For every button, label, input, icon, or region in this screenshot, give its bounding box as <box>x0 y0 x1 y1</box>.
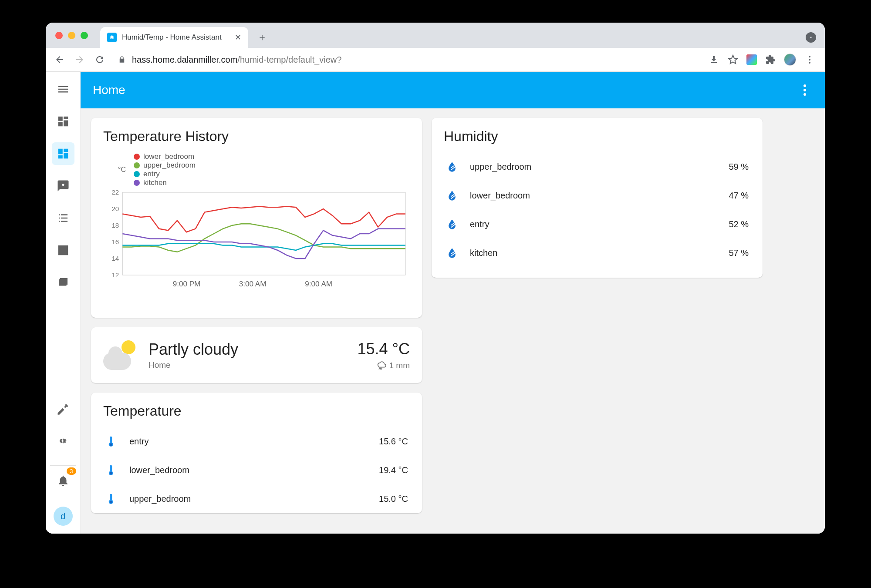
svg-text:22: 22 <box>111 190 119 196</box>
hammer-icon <box>57 402 70 415</box>
home-assistant-favicon-icon <box>107 33 117 42</box>
window-controls <box>51 23 93 48</box>
humidity-card[interactable]: Humidity upper_bedroom59 %lower_bedroom4… <box>432 118 763 278</box>
humidity-row[interactable]: entry52 % <box>444 210 750 239</box>
bookmark-star-icon[interactable] <box>727 54 739 65</box>
entity-name: kitchen <box>470 248 497 258</box>
media-icon <box>57 276 70 289</box>
entity-value: 15.0 °C <box>379 494 408 504</box>
download-icon[interactable] <box>708 54 719 65</box>
browser-window: Humid/Temp - Home Assistant ✕ ＋ hass.hom… <box>46 23 825 534</box>
svg-text:3:00 AM: 3:00 AM <box>239 280 267 288</box>
sidebar-item-media[interactable] <box>52 271 74 294</box>
browser-actions <box>708 54 819 66</box>
column-right: Humidity upper_bedroom59 %lower_bedroom4… <box>432 118 763 513</box>
main-panel: Home Temperature History °C lower_bedroo… <box>81 72 825 534</box>
svg-point-17 <box>110 472 112 475</box>
entity-name: lower_bedroom <box>470 191 530 201</box>
address-bar[interactable]: hass.home.dalanmiller.com/humid-temp/def… <box>112 55 704 65</box>
gear-icon <box>57 434 70 447</box>
new-tab-button[interactable]: ＋ <box>253 29 271 46</box>
profile-avatar-icon[interactable] <box>784 54 796 66</box>
sidebar-rail: 3 d <box>46 72 81 534</box>
svg-text:18: 18 <box>111 222 119 229</box>
browser-tab[interactable]: Humid/Temp - Home Assistant ✕ <box>100 27 248 48</box>
svg-text:20: 20 <box>111 205 119 212</box>
sidebar-item-logbook[interactable] <box>52 207 74 229</box>
humidity-row[interactable]: kitchen57 % <box>444 239 750 267</box>
extensions-puzzle-icon[interactable] <box>765 54 776 65</box>
list-icon <box>57 212 70 225</box>
view-more-button[interactable] <box>797 82 813 98</box>
temperature-row[interactable]: upper_bedroom15.0 °C <box>103 484 410 513</box>
dashboard-content: Temperature History °C lower_bedroom upp… <box>81 108 825 523</box>
browser-tab-title: Humid/Temp - Home Assistant <box>122 33 222 42</box>
svg-point-4 <box>803 89 806 91</box>
svg-point-1 <box>809 59 810 60</box>
temperature-card[interactable]: Temperature entry15.6 °Clower_bedroom19.… <box>91 393 422 513</box>
water-drop-icon <box>446 160 459 173</box>
legend-label: upper_bedroom <box>143 161 196 170</box>
sidebar-item-config[interactable] <box>52 430 74 452</box>
window-minimize-button[interactable] <box>68 32 75 39</box>
legend-label: entry <box>143 170 160 178</box>
legend-item[interactable]: upper_bedroom <box>134 161 196 170</box>
temperature-row[interactable]: lower_bedroom19.4 °C <box>103 456 410 484</box>
thermometer-icon <box>105 464 118 477</box>
sidebar-item-humid-temp[interactable] <box>52 142 74 165</box>
card-title: Temperature <box>103 403 410 419</box>
sidebar-notifications-button[interactable]: 3 <box>52 469 74 492</box>
nav-reload-button[interactable] <box>92 52 108 67</box>
extension-icon[interactable] <box>746 54 757 65</box>
window-close-button[interactable] <box>55 32 63 39</box>
nav-back-button[interactable] <box>52 52 68 67</box>
lock-icon <box>118 56 126 64</box>
tab-overflow-icon[interactable] <box>806 32 816 43</box>
temperature-row[interactable]: entry15.6 °C <box>103 427 410 456</box>
sidebar-item-devtools[interactable] <box>52 397 74 420</box>
water-drop-icon <box>446 189 459 202</box>
legend-item[interactable]: kitchen <box>134 178 196 187</box>
y-axis-unit: °C <box>118 166 126 174</box>
legend-label: kitchen <box>143 178 167 187</box>
chart-icon <box>57 244 70 257</box>
legend-item[interactable]: lower_bedroom <box>134 152 196 161</box>
tab-close-icon[interactable]: ✕ <box>235 33 241 42</box>
svg-point-5 <box>803 93 806 96</box>
svg-text:14: 14 <box>111 255 119 262</box>
sidebar-item-history[interactable] <box>52 239 74 262</box>
legend-dot-icon <box>134 154 140 160</box>
card-title: Temperature History <box>103 128 410 144</box>
user-initial: d <box>61 511 65 521</box>
svg-point-3 <box>803 84 806 87</box>
weather-card[interactable]: Partly cloudy Home 15.4 °C 1 mm <box>91 327 422 383</box>
sidebar-menu-button[interactable] <box>52 78 74 101</box>
legend-dot-icon <box>134 180 140 186</box>
weather-state: Partly cloudy <box>149 340 347 359</box>
svg-point-2 <box>809 62 810 64</box>
temperature-history-card[interactable]: Temperature History °C lower_bedroom upp… <box>91 118 422 318</box>
svg-text:9:00 AM: 9:00 AM <box>305 280 332 288</box>
entity-value: 19.4 °C <box>379 465 408 475</box>
sidebar-user-avatar[interactable]: d <box>54 507 73 526</box>
humidity-row[interactable]: lower_bedroom47 % <box>444 181 750 210</box>
entity-value: 57 % <box>729 248 749 258</box>
legend-label: lower_bedroom <box>143 152 194 161</box>
line-chart: 1214161820229:00 PM3:00 AM9:00 AM <box>103 190 410 290</box>
entity-name: upper_bedroom <box>129 494 191 504</box>
humidity-row[interactable]: upper_bedroom59 % <box>444 152 750 181</box>
thermometer-icon <box>105 435 118 448</box>
browser-menu-icon[interactable] <box>804 54 815 65</box>
partly-cloudy-icon <box>103 338 138 373</box>
legend-item[interactable]: entry <box>134 170 196 178</box>
view-topbar: Home <box>81 72 825 108</box>
sidebar-divider <box>50 465 76 466</box>
notification-badge: 3 <box>67 467 76 475</box>
sidebar-item-map[interactable] <box>52 175 74 197</box>
weather-precipitation: 1 mm <box>358 361 410 370</box>
nav-forward-button[interactable] <box>72 52 88 67</box>
weather-location: Home <box>149 360 347 370</box>
sidebar-item-overview[interactable] <box>52 110 74 133</box>
menu-icon <box>57 83 70 96</box>
window-zoom-button[interactable] <box>81 32 88 39</box>
